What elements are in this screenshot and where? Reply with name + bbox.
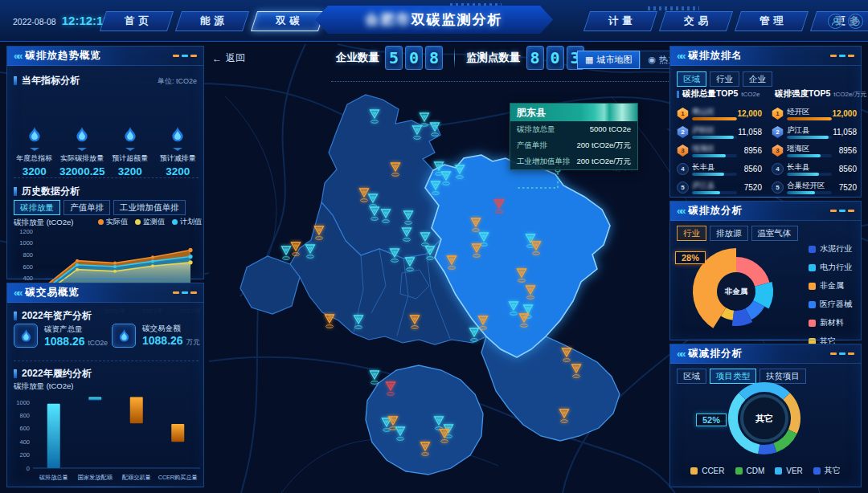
map-marker-orange[interactable] bbox=[530, 240, 542, 259]
map-marker-orange[interactable] bbox=[445, 255, 458, 274]
map-marker-cyan[interactable] bbox=[428, 121, 441, 141]
emission-callout: 28% bbox=[675, 251, 706, 264]
dashboard-root: 淮南 滁州 六安 肥东县 碳排放总量5000 tCO2e产值单 bbox=[0, 0, 868, 493]
map-marker-orange[interactable] bbox=[518, 312, 530, 332]
map-marker-cyan[interactable] bbox=[429, 180, 442, 199]
tooltip-header: 肥东县 bbox=[510, 104, 637, 121]
map-marker-orange[interactable] bbox=[570, 363, 583, 382]
map-marker-cyan[interactable] bbox=[424, 245, 436, 264]
map-marker-orange[interactable] bbox=[470, 242, 483, 262]
map-marker-orange[interactable] bbox=[419, 441, 432, 460]
tooltip-row: 产值单排200 tCO2e/万元 bbox=[510, 137, 637, 153]
map-marker-cyan[interactable] bbox=[388, 247, 401, 267]
map-marker-cyan[interactable] bbox=[453, 164, 466, 183]
district-southeast bbox=[481, 336, 620, 441]
map-marker-orange[interactable] bbox=[389, 161, 402, 181]
map-tooltip: 肥东县 碳排放总量5000 tCO2e产值单排200 tCO2e/万元工业增加值… bbox=[510, 103, 638, 170]
map-marker-cyan[interactable] bbox=[379, 208, 392, 227]
tooltip-row: 工业增加值单排200 tCO2e/万元 bbox=[510, 153, 637, 169]
map-marker-orange[interactable] bbox=[313, 225, 326, 244]
map-marker-orange[interactable] bbox=[438, 428, 451, 447]
map-marker-red[interactable] bbox=[384, 381, 397, 400]
map-marker-orange[interactable] bbox=[323, 313, 336, 332]
tooltip-row: 碳排放总量5000 tCO2e bbox=[510, 121, 637, 137]
map-marker-orange[interactable] bbox=[558, 408, 571, 427]
map-marker-cyan[interactable] bbox=[400, 226, 413, 246]
map-marker-cyan[interactable] bbox=[468, 327, 481, 346]
map-marker-cyan[interactable] bbox=[280, 245, 293, 264]
map-marker-cyan[interactable] bbox=[304, 243, 317, 263]
map-marker-cyan[interactable] bbox=[411, 124, 424, 144]
tooltip-title: 肥东县 bbox=[517, 106, 546, 120]
map-marker-orange[interactable] bbox=[524, 284, 537, 304]
map-marker-orange[interactable] bbox=[408, 314, 421, 333]
map-marker-cyan[interactable] bbox=[368, 108, 381, 128]
map-marker-cyan[interactable] bbox=[403, 256, 416, 275]
district-west bbox=[240, 256, 300, 314]
map-marker-cyan[interactable] bbox=[394, 426, 407, 445]
map-marker-red[interactable] bbox=[493, 198, 506, 218]
map-marker-cyan[interactable] bbox=[352, 314, 365, 333]
reduction-callout: 52% bbox=[696, 414, 727, 426]
map-marker-cyan[interactable] bbox=[368, 369, 381, 389]
